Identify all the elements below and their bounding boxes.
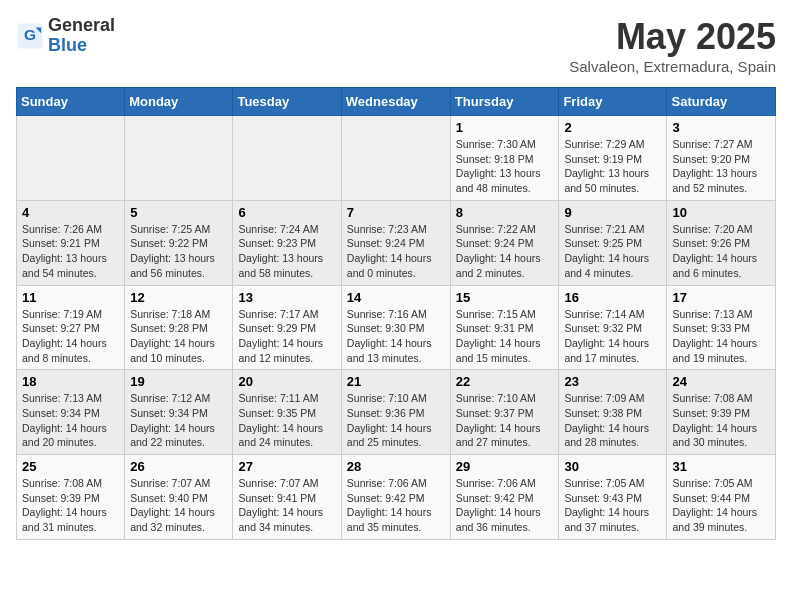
day-info: Sunrise: 7:19 AM Sunset: 9:27 PM Dayligh… [22, 307, 119, 366]
calendar-cell: 16Sunrise: 7:14 AM Sunset: 9:32 PM Dayli… [559, 285, 667, 370]
day-info: Sunrise: 7:09 AM Sunset: 9:38 PM Dayligh… [564, 391, 661, 450]
calendar-cell: 27Sunrise: 7:07 AM Sunset: 9:41 PM Dayli… [233, 455, 341, 540]
day-number: 26 [130, 459, 227, 474]
day-header-tuesday: Tuesday [233, 88, 341, 116]
page-header: G General Blue May 2025 Salvaleon, Extre… [16, 16, 776, 75]
day-number: 11 [22, 290, 119, 305]
day-header-monday: Monday [125, 88, 233, 116]
calendar-cell: 3Sunrise: 7:27 AM Sunset: 9:20 PM Daylig… [667, 116, 776, 201]
calendar-cell: 4Sunrise: 7:26 AM Sunset: 9:21 PM Daylig… [17, 200, 125, 285]
day-info: Sunrise: 7:25 AM Sunset: 9:22 PM Dayligh… [130, 222, 227, 281]
day-info: Sunrise: 7:27 AM Sunset: 9:20 PM Dayligh… [672, 137, 770, 196]
day-info: Sunrise: 7:11 AM Sunset: 9:35 PM Dayligh… [238, 391, 335, 450]
week-row-1: 1Sunrise: 7:30 AM Sunset: 9:18 PM Daylig… [17, 116, 776, 201]
day-info: Sunrise: 7:12 AM Sunset: 9:34 PM Dayligh… [130, 391, 227, 450]
day-number: 4 [22, 205, 119, 220]
day-info: Sunrise: 7:13 AM Sunset: 9:33 PM Dayligh… [672, 307, 770, 366]
day-number: 7 [347, 205, 445, 220]
day-info: Sunrise: 7:10 AM Sunset: 9:36 PM Dayligh… [347, 391, 445, 450]
week-row-4: 18Sunrise: 7:13 AM Sunset: 9:34 PM Dayli… [17, 370, 776, 455]
calendar-table: SundayMondayTuesdayWednesdayThursdayFrid… [16, 87, 776, 540]
calendar-cell: 28Sunrise: 7:06 AM Sunset: 9:42 PM Dayli… [341, 455, 450, 540]
week-row-5: 25Sunrise: 7:08 AM Sunset: 9:39 PM Dayli… [17, 455, 776, 540]
day-number: 15 [456, 290, 554, 305]
calendar-cell: 31Sunrise: 7:05 AM Sunset: 9:44 PM Dayli… [667, 455, 776, 540]
day-number: 29 [456, 459, 554, 474]
day-number: 14 [347, 290, 445, 305]
calendar-cell: 30Sunrise: 7:05 AM Sunset: 9:43 PM Dayli… [559, 455, 667, 540]
calendar-cell: 22Sunrise: 7:10 AM Sunset: 9:37 PM Dayli… [450, 370, 559, 455]
calendar-body: 1Sunrise: 7:30 AM Sunset: 9:18 PM Daylig… [17, 116, 776, 540]
calendar-cell: 5Sunrise: 7:25 AM Sunset: 9:22 PM Daylig… [125, 200, 233, 285]
day-number: 3 [672, 120, 770, 135]
day-number: 25 [22, 459, 119, 474]
calendar-cell: 15Sunrise: 7:15 AM Sunset: 9:31 PM Dayli… [450, 285, 559, 370]
calendar-cell: 14Sunrise: 7:16 AM Sunset: 9:30 PM Dayli… [341, 285, 450, 370]
logo-general: General [48, 16, 115, 36]
calendar-cell: 6Sunrise: 7:24 AM Sunset: 9:23 PM Daylig… [233, 200, 341, 285]
svg-text:G: G [24, 26, 36, 43]
day-number: 23 [564, 374, 661, 389]
day-info: Sunrise: 7:20 AM Sunset: 9:26 PM Dayligh… [672, 222, 770, 281]
day-header-thursday: Thursday [450, 88, 559, 116]
day-info: Sunrise: 7:13 AM Sunset: 9:34 PM Dayligh… [22, 391, 119, 450]
day-info: Sunrise: 7:05 AM Sunset: 9:44 PM Dayligh… [672, 476, 770, 535]
day-number: 8 [456, 205, 554, 220]
day-info: Sunrise: 7:22 AM Sunset: 9:24 PM Dayligh… [456, 222, 554, 281]
day-info: Sunrise: 7:10 AM Sunset: 9:37 PM Dayligh… [456, 391, 554, 450]
day-info: Sunrise: 7:14 AM Sunset: 9:32 PM Dayligh… [564, 307, 661, 366]
calendar-cell: 25Sunrise: 7:08 AM Sunset: 9:39 PM Dayli… [17, 455, 125, 540]
month-title: May 2025 [569, 16, 776, 58]
day-headers-row: SundayMondayTuesdayWednesdayThursdayFrid… [17, 88, 776, 116]
day-info: Sunrise: 7:30 AM Sunset: 9:18 PM Dayligh… [456, 137, 554, 196]
day-header-friday: Friday [559, 88, 667, 116]
calendar-cell: 21Sunrise: 7:10 AM Sunset: 9:36 PM Dayli… [341, 370, 450, 455]
day-number: 2 [564, 120, 661, 135]
day-info: Sunrise: 7:07 AM Sunset: 9:41 PM Dayligh… [238, 476, 335, 535]
day-info: Sunrise: 7:08 AM Sunset: 9:39 PM Dayligh… [22, 476, 119, 535]
day-number: 20 [238, 374, 335, 389]
day-number: 1 [456, 120, 554, 135]
calendar-cell: 13Sunrise: 7:17 AM Sunset: 9:29 PM Dayli… [233, 285, 341, 370]
day-info: Sunrise: 7:05 AM Sunset: 9:43 PM Dayligh… [564, 476, 661, 535]
day-number: 12 [130, 290, 227, 305]
logo-blue: Blue [48, 36, 115, 56]
day-number: 17 [672, 290, 770, 305]
calendar-cell: 9Sunrise: 7:21 AM Sunset: 9:25 PM Daylig… [559, 200, 667, 285]
calendar-cell: 11Sunrise: 7:19 AM Sunset: 9:27 PM Dayli… [17, 285, 125, 370]
calendar-cell: 18Sunrise: 7:13 AM Sunset: 9:34 PM Dayli… [17, 370, 125, 455]
calendar-cell: 20Sunrise: 7:11 AM Sunset: 9:35 PM Dayli… [233, 370, 341, 455]
calendar-cell: 19Sunrise: 7:12 AM Sunset: 9:34 PM Dayli… [125, 370, 233, 455]
day-number: 19 [130, 374, 227, 389]
day-info: Sunrise: 7:15 AM Sunset: 9:31 PM Dayligh… [456, 307, 554, 366]
day-number: 31 [672, 459, 770, 474]
day-info: Sunrise: 7:07 AM Sunset: 9:40 PM Dayligh… [130, 476, 227, 535]
day-number: 30 [564, 459, 661, 474]
day-header-wednesday: Wednesday [341, 88, 450, 116]
day-info: Sunrise: 7:26 AM Sunset: 9:21 PM Dayligh… [22, 222, 119, 281]
day-info: Sunrise: 7:24 AM Sunset: 9:23 PM Dayligh… [238, 222, 335, 281]
day-number: 16 [564, 290, 661, 305]
calendar-cell: 17Sunrise: 7:13 AM Sunset: 9:33 PM Dayli… [667, 285, 776, 370]
day-info: Sunrise: 7:23 AM Sunset: 9:24 PM Dayligh… [347, 222, 445, 281]
day-header-sunday: Sunday [17, 88, 125, 116]
day-number: 27 [238, 459, 335, 474]
day-info: Sunrise: 7:29 AM Sunset: 9:19 PM Dayligh… [564, 137, 661, 196]
day-info: Sunrise: 7:21 AM Sunset: 9:25 PM Dayligh… [564, 222, 661, 281]
logo-text: General Blue [48, 16, 115, 56]
week-row-2: 4Sunrise: 7:26 AM Sunset: 9:21 PM Daylig… [17, 200, 776, 285]
day-number: 22 [456, 374, 554, 389]
calendar-cell: 12Sunrise: 7:18 AM Sunset: 9:28 PM Dayli… [125, 285, 233, 370]
calendar-cell: 8Sunrise: 7:22 AM Sunset: 9:24 PM Daylig… [450, 200, 559, 285]
calendar-cell: 7Sunrise: 7:23 AM Sunset: 9:24 PM Daylig… [341, 200, 450, 285]
day-number: 13 [238, 290, 335, 305]
calendar-cell: 26Sunrise: 7:07 AM Sunset: 9:40 PM Dayli… [125, 455, 233, 540]
day-info: Sunrise: 7:16 AM Sunset: 9:30 PM Dayligh… [347, 307, 445, 366]
day-number: 24 [672, 374, 770, 389]
calendar-cell [233, 116, 341, 201]
day-number: 6 [238, 205, 335, 220]
location-subtitle: Salvaleon, Extremadura, Spain [569, 58, 776, 75]
day-info: Sunrise: 7:06 AM Sunset: 9:42 PM Dayligh… [347, 476, 445, 535]
calendar-cell: 24Sunrise: 7:08 AM Sunset: 9:39 PM Dayli… [667, 370, 776, 455]
day-number: 28 [347, 459, 445, 474]
